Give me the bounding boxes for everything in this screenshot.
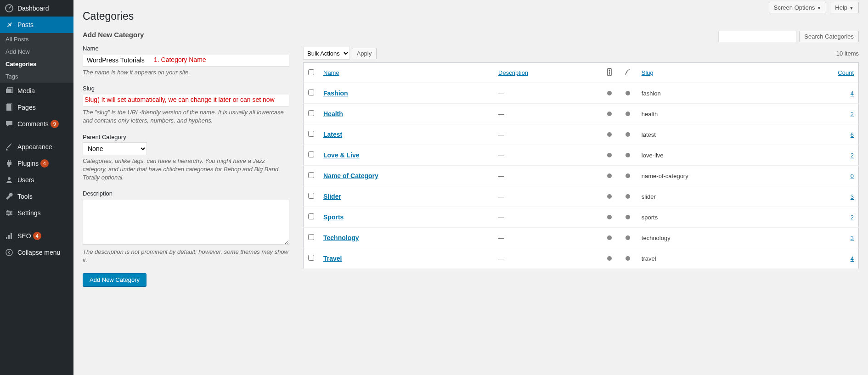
description-textarea[interactable] bbox=[83, 199, 289, 245]
sidebar-label: Users bbox=[17, 176, 34, 184]
parent-select[interactable]: None bbox=[83, 142, 147, 155]
status-dot bbox=[607, 153, 612, 157]
help-button[interactable]: Help▼ bbox=[830, 2, 859, 13]
status-dot bbox=[626, 215, 630, 219]
sidebar-sub-add-new[interactable]: Add New bbox=[0, 45, 73, 58]
row-checkbox[interactable] bbox=[308, 131, 314, 137]
category-count-link[interactable]: 3 bbox=[851, 193, 854, 200]
category-name-link[interactable]: Latest bbox=[323, 131, 342, 138]
category-count-link[interactable]: 3 bbox=[851, 235, 854, 241]
table-row: Name of Category—name-of-category0 bbox=[304, 166, 859, 186]
category-count-link[interactable]: 2 bbox=[851, 152, 854, 159]
bulk-actions-select[interactable]: Bulk Actions bbox=[303, 47, 350, 60]
row-checkbox[interactable] bbox=[308, 151, 314, 157]
table-row: Travel—travel4 bbox=[304, 248, 859, 269]
table-row: Health—health2 bbox=[304, 104, 859, 124]
category-description: — bbox=[498, 214, 504, 221]
sidebar-label: SEO bbox=[17, 232, 31, 240]
sidebar-label: Media bbox=[17, 87, 35, 95]
search-button[interactable]: Search Categories bbox=[799, 31, 859, 42]
categories-table: Name Description Slug Count Fashion—fash… bbox=[303, 62, 859, 269]
sidebar-item-collapse[interactable]: Collapse menu bbox=[0, 244, 73, 261]
sidebar-item-posts[interactable]: Posts bbox=[0, 17, 73, 33]
svg-point-5 bbox=[8, 177, 11, 180]
sidebar-item-media[interactable]: Media bbox=[0, 83, 73, 99]
sidebar-label: Settings bbox=[17, 209, 41, 217]
sidebar-label: Pages bbox=[17, 104, 36, 111]
svg-rect-10 bbox=[8, 235, 10, 239]
select-all-checkbox[interactable] bbox=[308, 69, 314, 75]
status-dot bbox=[626, 132, 630, 137]
col-name[interactable]: Name bbox=[323, 69, 339, 76]
col-description[interactable]: Description bbox=[498, 69, 528, 76]
row-checkbox[interactable] bbox=[308, 90, 314, 95]
category-name-link[interactable]: Slider bbox=[323, 193, 341, 200]
sidebar-label: Collapse menu bbox=[17, 249, 60, 256]
media-icon bbox=[5, 86, 14, 95]
category-name-link[interactable]: Travel bbox=[323, 255, 342, 262]
status-dot bbox=[607, 112, 612, 116]
sidebar-item-pages[interactable]: Pages bbox=[0, 99, 73, 116]
category-slug: fashion bbox=[637, 83, 789, 104]
category-count-link[interactable]: 6 bbox=[851, 131, 854, 138]
slug-input[interactable] bbox=[83, 94, 289, 106]
apply-button[interactable]: Apply bbox=[352, 48, 377, 59]
col-slug[interactable]: Slug bbox=[642, 69, 654, 76]
wrench-icon bbox=[5, 192, 14, 201]
category-name-link[interactable]: Technology bbox=[323, 234, 359, 241]
sidebar-label: Appearance bbox=[17, 143, 52, 151]
row-checkbox[interactable] bbox=[308, 110, 314, 116]
category-count-link[interactable]: 4 bbox=[851, 90, 854, 97]
slug-label: Slug bbox=[83, 85, 289, 92]
status-dot bbox=[626, 91, 630, 95]
category-name-link[interactable]: Fashion bbox=[323, 90, 348, 97]
table-row: Sports—sports2 bbox=[304, 207, 859, 228]
category-name-link[interactable]: Love & Live bbox=[323, 151, 360, 159]
sidebar-item-tools[interactable]: Tools bbox=[0, 188, 73, 205]
screen-options-button[interactable]: Screen Options▼ bbox=[769, 2, 827, 13]
category-count-link[interactable]: 4 bbox=[851, 255, 854, 262]
row-checkbox[interactable] bbox=[308, 172, 314, 178]
sidebar-label: Posts bbox=[17, 21, 34, 28]
name-input[interactable] bbox=[83, 54, 289, 67]
sidebar-sub-all-posts[interactable]: All Posts bbox=[0, 33, 73, 45]
col-count[interactable]: Count bbox=[838, 69, 854, 76]
seo-icon bbox=[5, 231, 14, 241]
svg-point-7 bbox=[10, 212, 11, 214]
category-count-link[interactable]: 0 bbox=[851, 173, 854, 179]
sidebar-sub-categories[interactable]: Categories bbox=[0, 58, 73, 70]
category-description: — bbox=[498, 152, 504, 159]
sidebar-sub-tags[interactable]: Tags bbox=[0, 70, 73, 83]
sidebar-item-users[interactable]: Users bbox=[0, 172, 73, 188]
category-name-link[interactable]: Name of Category bbox=[323, 172, 378, 179]
add-category-button[interactable]: Add New Category bbox=[83, 273, 147, 286]
row-checkbox[interactable] bbox=[308, 234, 314, 240]
status-dot bbox=[626, 112, 630, 116]
status-dot bbox=[607, 215, 612, 219]
row-checkbox[interactable] bbox=[308, 255, 314, 261]
row-checkbox[interactable] bbox=[308, 213, 314, 219]
category-slug: health bbox=[637, 104, 789, 124]
traffic-icon bbox=[605, 71, 614, 78]
search-input[interactable] bbox=[718, 31, 796, 42]
svg-point-12 bbox=[6, 249, 12, 256]
category-count-link[interactable]: 2 bbox=[851, 214, 854, 221]
sidebar-item-plugins[interactable]: Plugins 4 bbox=[0, 155, 73, 172]
category-name-link[interactable]: Health bbox=[323, 110, 343, 118]
sidebar-item-appearance[interactable]: Appearance bbox=[0, 139, 73, 155]
row-checkbox[interactable] bbox=[308, 193, 314, 199]
category-name-link[interactable]: Sports bbox=[323, 213, 344, 221]
status-dot bbox=[626, 174, 630, 178]
comments-badge: 9 bbox=[51, 120, 59, 128]
category-count-link[interactable]: 2 bbox=[851, 111, 854, 118]
sidebar-item-settings[interactable]: Settings bbox=[0, 205, 73, 221]
status-dot bbox=[607, 256, 612, 261]
svg-point-8 bbox=[8, 214, 10, 216]
sidebar-item-dashboard[interactable]: Dashboard bbox=[0, 0, 73, 17]
table-row: Slider—slider3 bbox=[304, 186, 859, 207]
sidebar-item-comments[interactable]: Comments 9 bbox=[0, 116, 73, 132]
status-dot bbox=[626, 235, 630, 240]
comments-icon bbox=[5, 119, 14, 129]
sidebar-item-seo[interactable]: SEO 4 bbox=[0, 228, 73, 244]
sidebar-label: Dashboard bbox=[17, 5, 49, 12]
